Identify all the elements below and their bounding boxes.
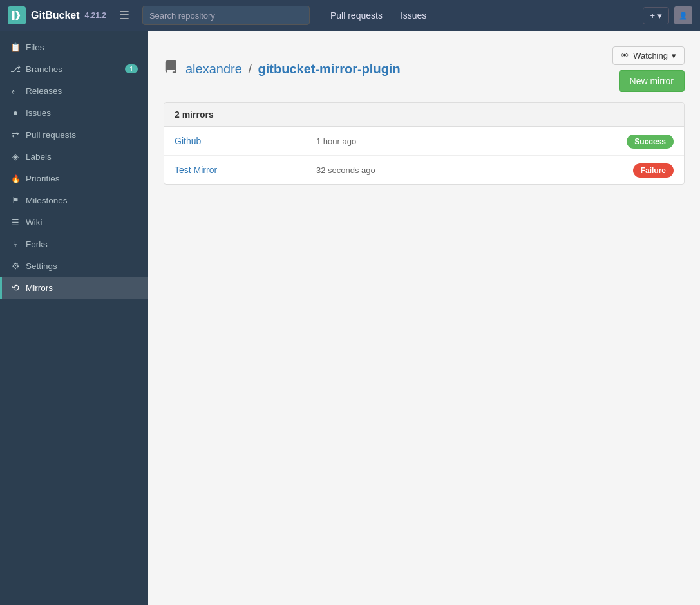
sidebar-item-labels[interactable]: Labels	[0, 145, 148, 167]
sidebar-label-labels: Labels	[26, 152, 52, 162]
repo-owner-link[interactable]: alexandre	[185, 62, 242, 76]
repo-title-area: alexandre / gitbucket-mirror-plugin	[164, 60, 401, 79]
sidebar-item-issues[interactable]: Issues	[0, 102, 148, 124]
nav-links: Pull requests Issues	[323, 6, 434, 24]
nav-pull-requests[interactable]: Pull requests	[323, 6, 390, 24]
repo-book-icon	[164, 60, 178, 79]
mirrors-count-header: 2 mirrors	[164, 103, 684, 127]
sidebar-item-branches[interactable]: Branches 1	[0, 58, 148, 80]
sidebar-label-branches: Branches	[26, 64, 62, 74]
app-brand[interactable]: GitBucket 4.21.2	[8, 6, 106, 24]
mirror-name-github[interactable]: Github	[175, 136, 316, 146]
branch-icon	[10, 64, 21, 74]
pr-icon	[10, 129, 21, 140]
app-version: 4.21.2	[85, 11, 106, 20]
sidebar-item-releases[interactable]: Releases	[0, 80, 148, 102]
status-badge-failure: Failure	[633, 163, 674, 178]
breadcrumb: alexandre / gitbucket-mirror-plugin	[185, 62, 401, 77]
mirrors-container: 2 mirrors Github 1 hour ago Success Test…	[164, 102, 685, 185]
breadcrumb-slash: /	[245, 62, 256, 76]
mirror-status-github: Success	[609, 136, 674, 146]
mirror-status-test: Failure	[609, 165, 674, 175]
mirrors-count-label: 2 mirrors	[175, 109, 214, 120]
app-logo-icon	[8, 6, 26, 24]
label-icon	[10, 151, 21, 162]
sidebar-label-files: Files	[26, 42, 44, 52]
sidebar-label-wiki: Wiki	[26, 218, 43, 227]
watch-button[interactable]: 👁 Watching ▾	[612, 46, 685, 65]
sidebar-label-milestones: Milestones	[26, 196, 68, 205]
sidebar-item-settings[interactable]: Settings	[0, 255, 148, 277]
nav-issues[interactable]: Issues	[393, 6, 434, 24]
mirror-time-github: 1 hour ago	[316, 136, 609, 146]
sidebar-item-mirrors[interactable]: Mirrors	[0, 277, 148, 299]
page-layout: Files Branches 1 Releases Issues Pull re…	[0, 31, 700, 605]
sidebar-label-issues: Issues	[26, 108, 51, 118]
table-row: Test Mirror 32 seconds ago Failure	[164, 156, 684, 184]
file-icon	[10, 42, 21, 52]
search-input[interactable]	[142, 6, 310, 25]
sidebar-label-pr: Pull requests	[26, 130, 76, 140]
new-item-button[interactable]: + ▾	[643, 7, 669, 24]
milestone-icon	[10, 195, 21, 205]
mirror-name-test[interactable]: Test Mirror	[175, 165, 316, 175]
tag-icon	[10, 86, 21, 96]
navbar-right: + ▾ 👤	[643, 6, 692, 24]
repo-header: alexandre / gitbucket-mirror-plugin 👁 Wa…	[164, 46, 685, 92]
table-row: Github 1 hour ago Success	[164, 127, 684, 156]
wiki-icon	[10, 217, 21, 227]
sidebar: Files Branches 1 Releases Issues Pull re…	[0, 31, 148, 605]
sidebar-item-forks[interactable]: Forks	[0, 233, 148, 255]
watch-label: Watching	[633, 51, 668, 60]
sidebar-item-pull-requests[interactable]: Pull requests	[0, 124, 148, 145]
sidebar-label-settings: Settings	[26, 261, 57, 271]
avatar-icon: 👤	[679, 12, 688, 20]
priority-icon	[10, 173, 21, 183]
sidebar-item-milestones[interactable]: Milestones	[0, 189, 148, 211]
fork-icon	[10, 239, 21, 249]
plus-icon: +	[650, 11, 655, 21]
svg-rect-0	[8, 6, 26, 24]
plus-dropdown-icon: ▾	[657, 11, 662, 21]
navbar: GitBucket 4.21.2 ☰ Pull requests Issues …	[0, 0, 700, 31]
settings-icon	[10, 261, 21, 271]
hamburger-menu-icon[interactable]: ☰	[114, 6, 135, 25]
new-mirror-button[interactable]: New mirror	[619, 70, 685, 92]
status-badge-success: Success	[627, 135, 674, 149]
sidebar-item-wiki[interactable]: Wiki	[0, 211, 148, 233]
branches-badge: 1	[125, 64, 138, 73]
sidebar-label-forks: Forks	[26, 239, 48, 249]
sidebar-label-mirrors: Mirrors	[26, 283, 53, 293]
header-actions: 👁 Watching ▾ New mirror	[612, 46, 685, 92]
app-name: GitBucket	[31, 10, 80, 21]
mirror-time-test: 32 seconds ago	[316, 165, 609, 175]
issue-icon	[10, 107, 21, 118]
sidebar-item-files[interactable]: Files	[0, 36, 148, 58]
repo-name-link[interactable]: gitbucket-mirror-plugin	[258, 62, 401, 76]
main-content: alexandre / gitbucket-mirror-plugin 👁 Wa…	[148, 31, 700, 605]
sidebar-label-releases: Releases	[26, 86, 62, 96]
eye-icon: 👁	[621, 51, 629, 60]
watch-chevron-icon: ▾	[672, 51, 676, 60]
sidebar-item-priorities[interactable]: Priorities	[0, 167, 148, 189]
sidebar-label-priorities: Priorities	[26, 174, 60, 183]
mirror-icon	[10, 283, 21, 293]
user-avatar[interactable]: 👤	[674, 6, 692, 24]
